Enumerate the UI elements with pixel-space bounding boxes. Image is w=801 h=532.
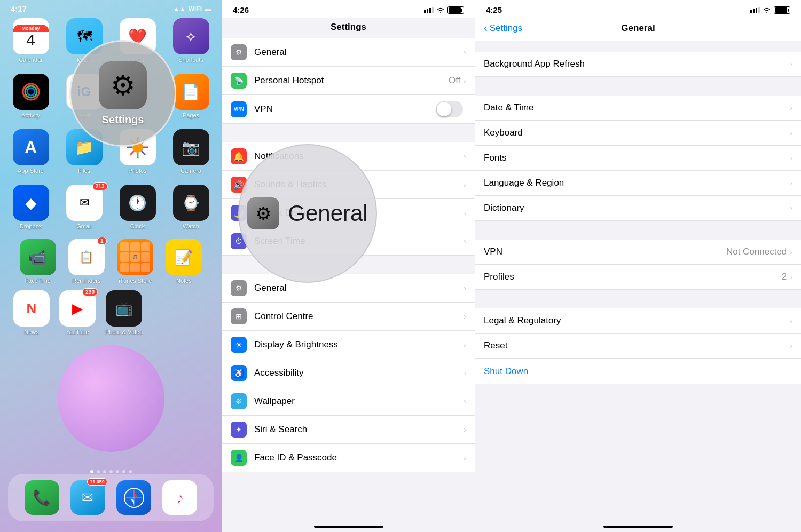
shortcuts-label: Shortcuts (178, 57, 203, 63)
panel-general: 4:25 ‹ Settings General Background App R… (475, 0, 801, 532)
general-circle-highlight: ⚙ General (238, 144, 377, 283)
page-dot-3 (103, 470, 106, 473)
general-status-bar: 4:25 (475, 0, 801, 18)
app-dropbox[interactable]: ◆ Dropbox (10, 185, 52, 229)
faceid-chevron: › (464, 454, 466, 462)
general-item-dictionary[interactable]: Dictionary › (475, 196, 801, 221)
settings-item-general[interactable]: ⚙ General › (222, 274, 475, 303)
settings-item-vpn[interactable]: VPN VPN (222, 95, 475, 124)
settings-item-hotspot[interactable]: 📡 Personal Hotspot Off › (222, 67, 475, 95)
general-item-fonts[interactable]: Fonts › (475, 146, 801, 171)
battery-icon (447, 6, 464, 14)
general-time: 4:25 (486, 5, 502, 14)
faceid-label: Face ID & Passcode (254, 452, 464, 463)
display-icon: ☀ (231, 337, 247, 353)
general-item-profiles[interactable]: Profiles 2 › (475, 265, 801, 290)
vpn-toggle[interactable] (436, 101, 463, 117)
reset-chevron: › (790, 342, 792, 350)
watch-icon: ⌚ (173, 185, 209, 221)
settings-gear-icon: ⚙ (99, 61, 147, 109)
app-appstore[interactable]: A App Store (10, 129, 52, 174)
general-nav-title: General (621, 23, 655, 34)
panel-settings: 4:26 Settings ⚙ General › 📡 Per (222, 0, 475, 532)
siri-icon: ✦ (231, 422, 247, 438)
files-label: Files (78, 168, 90, 174)
general-item-reset[interactable]: Reset › (475, 334, 801, 359)
dock-phone[interactable]: 📞 (25, 480, 59, 515)
app-shortcuts[interactable]: ⟡ Shortcuts (170, 18, 213, 63)
page-dot-4 (109, 470, 113, 473)
siri-chevron: › (464, 425, 466, 434)
general-top-chevron: › (464, 48, 466, 57)
app-watch[interactable]: ⌚ Watch (170, 185, 213, 229)
app-news[interactable]: N News (13, 290, 50, 335)
shortcuts-icon: ⟡ (173, 18, 209, 54)
app-gmail[interactable]: ✉ 213 Gmail (63, 185, 106, 229)
settings-nav-header: Settings (222, 18, 475, 38)
settings-item-wallpaper[interactable]: ❊ Wallpaper › (222, 387, 475, 416)
svg-rect-23 (756, 8, 757, 13)
app-facetime[interactable]: 📹 FaceTime (20, 239, 56, 284)
calendar-label: Calendar (19, 57, 43, 63)
news-label: News (24, 329, 39, 335)
vpn-icon: VPN (231, 101, 247, 117)
accessibility-icon: ♿ (231, 365, 247, 381)
app-calendar[interactable]: Monday 4 Calendar (10, 18, 52, 63)
fonts-chevron: › (790, 154, 792, 162)
settings-item-accessibility[interactable]: ♿ Accessibility › (222, 359, 475, 387)
signal-icon: ▲▲ (173, 5, 186, 13)
general-item-legal[interactable]: Legal & Regulatory › (475, 308, 801, 334)
hotspot-label: Personal Hotspot (254, 75, 449, 86)
settings-item-siri[interactable]: ✦ Siri & Search › (222, 416, 475, 444)
general-gap-3 (475, 290, 801, 308)
settings-status-bar: 4:26 (222, 0, 475, 18)
app-reminders[interactable]: 📋 1 Reminders (68, 239, 105, 284)
settings-item-faceid[interactable]: 👤 Face ID & Passcode › (222, 444, 475, 472)
wallpaper-chevron: › (464, 397, 466, 406)
reset-label: Reset (484, 340, 790, 351)
back-to-settings-button[interactable]: ‹ Settings (484, 22, 522, 34)
facetime-icon: 📹 (20, 239, 56, 275)
language-label: Language & Region (484, 178, 790, 188)
general-item-datetime[interactable]: Date & Time › (475, 96, 801, 121)
clock-icon: 🕐 (120, 185, 156, 221)
photovideo-icon: 📺 (106, 290, 142, 327)
settings-item-display[interactable]: ☀ Display & Brightness › (222, 331, 475, 359)
app-camera[interactable]: 📷 Camera (170, 129, 213, 174)
page-dot-5 (116, 470, 119, 473)
home-status-bar: 4:17 ▲▲ WiFi ▬ (0, 0, 222, 15)
dock-safari[interactable] (116, 480, 151, 515)
general-item-shutdown[interactable]: Shut Down (475, 359, 801, 384)
profiles-label: Profiles (484, 272, 782, 282)
app-photovideo[interactable]: 📺 Photo & Video (105, 290, 143, 335)
page-dot-1 (90, 470, 93, 473)
general-chevron: › (464, 284, 466, 292)
screentime-chevron: › (464, 237, 466, 245)
legal-chevron: › (790, 316, 792, 325)
dock-music[interactable]: ♪ (162, 480, 197, 515)
safari-icon (116, 480, 151, 515)
app-clock[interactable]: 🕐 Clock (116, 185, 159, 229)
svg-rect-22 (753, 9, 755, 13)
app-youtube[interactable]: ▶ 230 YouTube (59, 290, 96, 335)
general-item-keyboard[interactable]: Keyboard › (475, 121, 801, 146)
youtube-label: YouTube (66, 329, 89, 335)
settings-circle-label: Settings (102, 114, 144, 126)
settings-list[interactable]: ⚙ General › 📡 Personal Hotspot Off › VPN… (222, 38, 475, 521)
fonts-label: Fonts (484, 153, 790, 163)
settings-title: Settings (331, 22, 366, 32)
general-home-indicator (603, 526, 673, 528)
dock-mail[interactable]: ✉ 11,059 (70, 480, 105, 515)
app-folder-itunes[interactable]: 🎵 iTunes Store (117, 239, 153, 284)
settings-item-general-top[interactable]: ⚙ General › (222, 38, 475, 67)
camera-icon: 📷 (173, 129, 209, 165)
settings-item-controlcentre[interactable]: ⊞ Control Centre › (222, 303, 475, 331)
general-item-language[interactable]: Language & Region › (475, 171, 801, 196)
general-list[interactable]: Background App Refresh › Date & Time › K… (475, 41, 801, 521)
accessibility-chevron: › (464, 369, 466, 377)
app-activity[interactable]: Activity (10, 74, 52, 118)
general-item-vpn[interactable]: VPN Not Connected › (475, 240, 801, 265)
general-item-bg-refresh[interactable]: Background App Refresh › (475, 52, 801, 77)
app-notes[interactable]: 📝 Notes (166, 239, 202, 284)
vpn-toggle-knob (437, 102, 451, 116)
